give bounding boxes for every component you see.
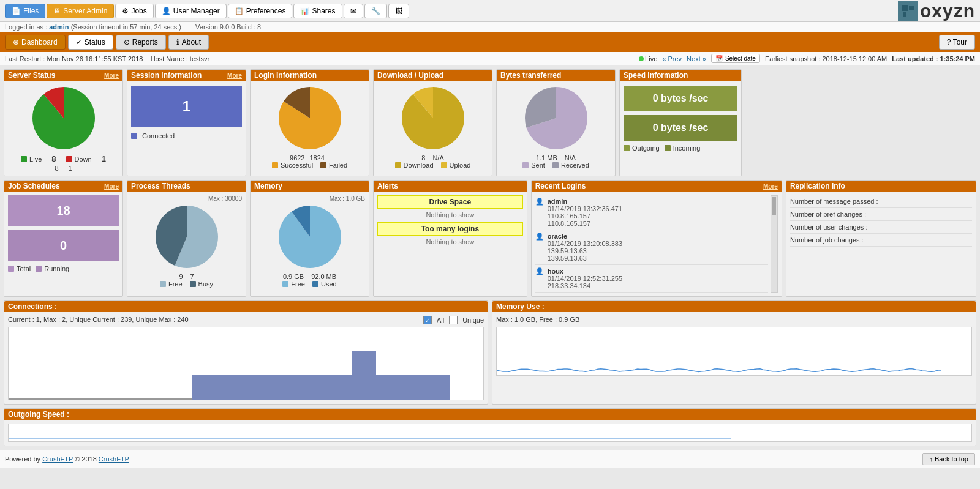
- login-details-admin: admin 01/14/2019 13:32:36.471 110.8.165.…: [548, 198, 622, 227]
- about-icon: ℹ: [176, 38, 179, 47]
- download-count: 8: [421, 154, 425, 162]
- all-checkbox[interactable]: ✓: [423, 316, 432, 324]
- count-down: 1: [102, 154, 106, 163]
- crushftp-link2[interactable]: CrushFTP: [99, 455, 129, 463]
- preferences-label: Preferences: [246, 7, 286, 15]
- crushftp-link1[interactable]: CrushFTP: [42, 455, 73, 463]
- preferences-nav-btn[interactable]: 📋 Preferences: [228, 4, 293, 18]
- login-user-houx: houx: [548, 267, 564, 275]
- login-date-oracle: 01/14/2019 13:20:08.383: [548, 240, 622, 247]
- all-label: All: [437, 316, 444, 324]
- job-schedules-more[interactable]: More: [104, 183, 119, 190]
- extra-icon2: 🖼: [395, 7, 402, 15]
- connections-header: Current : 1, Max : 2, Unique Current : 2…: [8, 316, 484, 327]
- live-dot-legend: [21, 156, 27, 162]
- legend-free-memory: Free: [282, 280, 305, 288]
- recent-logins-title: Recent Logins More: [532, 181, 782, 192]
- login-date-houx: 01/14/2019 12:52:31.255: [548, 275, 622, 282]
- prev-link[interactable]: « Prev: [662, 55, 682, 62]
- top-nav: 📄 Files 🖥 Server Admin ⚙ Jobs 👤 User Man…: [0, 0, 980, 22]
- session-legend: Connected: [131, 132, 242, 140]
- about-label: About: [182, 38, 201, 47]
- download-upload-panel: Download / Upload 8 N/A Download Upload: [373, 69, 492, 176]
- legend-download: Download: [395, 162, 434, 169]
- outgoing-speed-panel: Outgoing Speed :: [4, 408, 976, 446]
- chart-controls: ✓ All Unique: [423, 316, 484, 324]
- unique-label: Unique: [462, 316, 484, 324]
- process-max: Max : 30000: [131, 195, 242, 202]
- login-item-oracle: 👤 oracle 01/14/2019 13:20:08.383 139.59.…: [535, 230, 768, 265]
- panel-row-4: Outgoing Speed :: [4, 408, 976, 446]
- session-timeout: (Session timeout in 57 min, 24 secs.): [71, 23, 181, 31]
- tour-label: Tour: [953, 38, 967, 47]
- tab-about[interactable]: ℹ About: [168, 35, 209, 50]
- back-to-top-button[interactable]: ↑ Back to top: [922, 453, 975, 465]
- count-live: 8: [51, 154, 56, 163]
- legend-live: Live: [21, 154, 42, 163]
- tab-status[interactable]: ✓ Status: [68, 35, 113, 50]
- user-icon-oracle: 👤: [535, 233, 544, 241]
- logged-in-label: Logged in as :: [5, 23, 47, 31]
- server-status-more[interactable]: More: [104, 72, 119, 79]
- legend-sent: Sent: [522, 162, 545, 169]
- tab-reports[interactable]: ⊙ Reports: [116, 35, 166, 50]
- select-date-btn[interactable]: 📅 Select date: [711, 54, 760, 63]
- powered-by: Powered by: [5, 455, 40, 463]
- next-link[interactable]: Next »: [687, 55, 706, 62]
- tour-button[interactable]: ? Tour: [939, 35, 975, 50]
- memory-max: Max : 1.0 GB: [254, 195, 365, 202]
- scrollbar-track[interactable]: [771, 195, 778, 293]
- incoming-speed: 0 bytes /sec: [624, 115, 737, 141]
- reports-icon: ⊙: [124, 38, 130, 47]
- reports-label: Reports: [132, 38, 158, 47]
- repli-job: Number of job changes :: [790, 234, 972, 247]
- session-info-title: Session Information More: [127, 70, 246, 81]
- failed-dot: [320, 162, 326, 168]
- jobs-nav-btn[interactable]: ⚙ Jobs: [115, 4, 153, 18]
- replication-panel: Replication Info Number of message passe…: [786, 180, 976, 297]
- successful-dot: [272, 162, 278, 168]
- svg-rect-0: [902, 5, 908, 11]
- svg-rect-1: [903, 12, 907, 17]
- total-dot: [8, 266, 14, 272]
- alerts-list: Drive Space Nothing to show Too many log…: [377, 195, 523, 245]
- user-manager-nav-btn[interactable]: 👤 User Manager: [155, 4, 227, 18]
- tab-dashboard[interactable]: ⊕ Dashboard: [5, 35, 66, 50]
- files-nav-btn[interactable]: 📄 Files: [5, 4, 45, 18]
- bytes-transferred-panel: Bytes transferred 1.1 MB N/A Sent Receiv…: [496, 69, 616, 176]
- extra-nav-btn2[interactable]: 🖼: [388, 4, 409, 18]
- shares-nav-btn[interactable]: 📊 Shares: [293, 4, 342, 18]
- dashboard-label: Dashboard: [21, 38, 58, 47]
- memory-free: 0.9 GB: [283, 273, 304, 280]
- login-legend: 9622 1824: [290, 154, 330, 162]
- memory-counts: 0.9 GB 92.0 MB: [283, 273, 336, 280]
- unique-checkbox[interactable]: [449, 316, 458, 324]
- email-nav-btn[interactable]: ✉: [344, 4, 363, 18]
- extra-nav-btn1[interactable]: 🔧: [364, 4, 387, 18]
- main-content: Server Status More Live 8 Down: [0, 65, 980, 450]
- failed-count: 1824: [310, 154, 325, 162]
- tour-icon: ?: [947, 38, 951, 47]
- server-admin-nav-btn[interactable]: 🖥 Server Admin: [47, 4, 114, 18]
- scrollbar-thumb[interactable]: [772, 197, 776, 215]
- successful-count: 9622: [290, 154, 304, 162]
- download-chart: 8 N/A Download Upload: [377, 84, 488, 169]
- bytes-chart: 1.1 MB N/A Sent Received: [500, 84, 611, 169]
- shares-icon: 📊: [300, 7, 309, 15]
- connections-title: Connections :: [4, 301, 488, 312]
- session-info-more[interactable]: More: [227, 72, 242, 79]
- alert-drive-space: Drive Space: [377, 195, 523, 209]
- job-running-count: 0: [8, 230, 119, 261]
- repli-messages-label: Number of message passed :: [790, 198, 972, 205]
- alert-too-many-logins: Too many logins: [377, 222, 523, 236]
- live-indicator: Live: [639, 55, 657, 62]
- memory-use-stats: Max : 1.0 GB, Free : 0.9 GB: [496, 316, 972, 323]
- server-legend: Live 8 Down 1: [21, 154, 106, 163]
- earliest-snapshot: Earliest snapshot : 2018-12-15 12:00 AM: [765, 55, 887, 62]
- recent-logins-more[interactable]: More: [763, 183, 778, 190]
- legend-successful: Successful: [272, 162, 313, 169]
- legend-upload: Upload: [441, 162, 471, 169]
- legend-received: Received: [552, 162, 589, 169]
- memory-legend: Free Used: [282, 280, 336, 288]
- upload-count: N/A: [432, 154, 443, 162]
